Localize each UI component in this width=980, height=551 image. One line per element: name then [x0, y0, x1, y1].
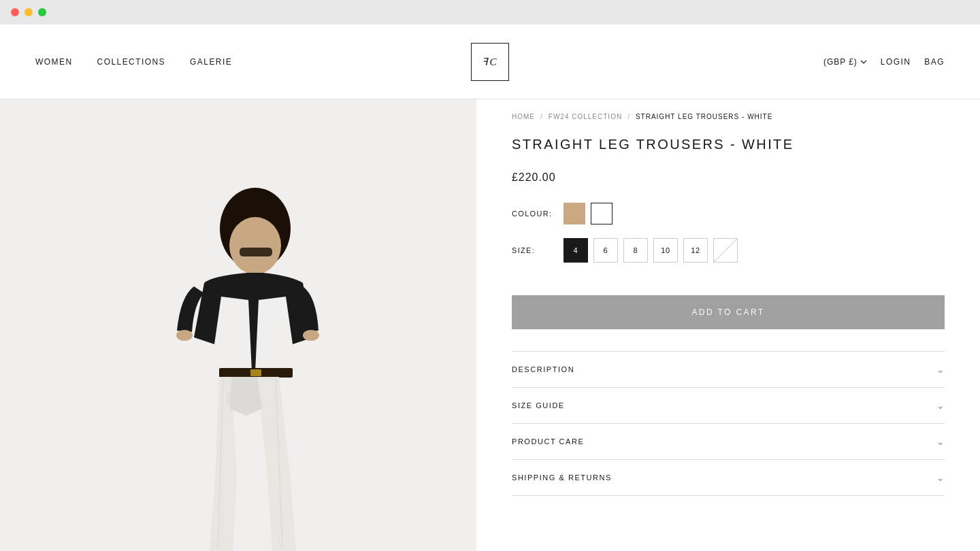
colour-swatches: [564, 203, 612, 224]
nav-item-galerie[interactable]: GALERIE: [190, 57, 232, 67]
accordion-header-shipping[interactable]: SHIPPING & RETURNS ⌄: [512, 460, 945, 495]
window-chrome: [0, 0, 980, 24]
currency-label: (GBP £): [823, 57, 858, 67]
size-label: SIZE:: [512, 246, 553, 254]
accordion-header-description[interactable]: DESCRIPTION ⌄: [512, 352, 945, 387]
nav-item-collections[interactable]: COLLECTIONS: [97, 57, 166, 67]
chevron-icon-product-care: ⌄: [936, 436, 945, 447]
size-btn-4[interactable]: 4: [564, 238, 588, 263]
bag-button[interactable]: BAG: [924, 57, 945, 67]
accordion-title-product-care: PRODUCT CARE: [512, 437, 584, 446]
size-btn-unavailable[interactable]: [713, 238, 738, 263]
colour-selector-row: COLOUR:: [512, 203, 945, 224]
colour-swatch-tan[interactable]: [564, 203, 585, 224]
accordion: DESCRIPTION ⌄ SIZE GUIDE ⌄ PRODUCT CARE …: [512, 351, 945, 496]
breadcrumb-home[interactable]: HOME: [512, 113, 535, 120]
size-btn-8[interactable]: 8: [623, 238, 648, 263]
product-image: [0, 99, 476, 551]
colour-label: COLOUR:: [512, 210, 553, 218]
breadcrumb-current: STRAIGHT LEG TROUSERS - WHITE: [636, 113, 772, 120]
svg-point-2: [229, 217, 281, 274]
nav-left: WOMEN COLLECTIONS GALERIE: [35, 57, 232, 67]
accordion-item-product-care: PRODUCT CARE ⌄: [512, 423, 945, 459]
breadcrumb-sep-1: /: [540, 113, 543, 120]
add-to-cart-button[interactable]: ADD TO CART: [512, 295, 945, 329]
colour-swatch-white[interactable]: [591, 203, 612, 224]
breadcrumb-sep-2: /: [627, 113, 630, 120]
product-price: £220.00: [512, 171, 945, 184]
product-details: HOME / FW24 COLLECTION / STRAIGHT LEG TR…: [476, 99, 980, 551]
logo-box: ꟻC: [471, 43, 509, 81]
main-content: HOME / FW24 COLLECTION / STRAIGHT LEG TR…: [0, 99, 980, 551]
svg-point-10: [303, 330, 319, 341]
size-selector-row: SIZE: 4 6 8 10 12: [512, 238, 945, 263]
site-header: WOMEN COLLECTIONS GALERIE ꟻC (GBP £) LOG…: [0, 24, 980, 99]
svg-point-9: [176, 330, 193, 341]
accordion-item-shipping: SHIPPING & RETURNS ⌄: [512, 459, 945, 496]
accordion-title-description: DESCRIPTION: [512, 365, 574, 373]
currency-selector[interactable]: (GBP £): [823, 57, 867, 67]
accordion-title-shipping: SHIPPING & RETURNS: [512, 473, 612, 482]
nav-right: (GBP £) LOGIN BAG: [823, 57, 945, 67]
chevron-icon-description: ⌄: [936, 364, 945, 375]
logo[interactable]: ꟻC: [471, 43, 509, 81]
product-title: STRAIGHT LEG TROUSERS - WHITE: [512, 137, 945, 152]
accordion-item-size-guide: SIZE GUIDE ⌄: [512, 387, 945, 423]
product-image-container: [0, 99, 476, 551]
chevron-icon-shipping: ⌄: [936, 472, 945, 483]
breadcrumb-collection[interactable]: FW24 COLLECTION: [549, 113, 622, 120]
chevron-down-icon: [860, 59, 867, 65]
accordion-header-size-guide[interactable]: SIZE GUIDE ⌄: [512, 388, 945, 423]
logo-text: ꟻC: [482, 56, 497, 68]
size-btn-12[interactable]: 12: [683, 238, 708, 263]
login-button[interactable]: LOGIN: [881, 57, 911, 67]
size-btn-10[interactable]: 10: [653, 238, 678, 263]
accordion-header-product-care[interactable]: PRODUCT CARE ⌄: [512, 424, 945, 459]
size-options: 4 6 8 10 12: [564, 238, 738, 263]
breadcrumb: HOME / FW24 COLLECTION / STRAIGHT LEG TR…: [512, 113, 945, 120]
nav-item-women[interactable]: WOMEN: [35, 57, 73, 67]
size-btn-6[interactable]: 6: [593, 238, 618, 263]
traffic-light-green[interactable]: [38, 8, 46, 16]
svg-rect-3: [240, 248, 272, 256]
traffic-light-yellow[interactable]: [24, 8, 33, 16]
accordion-item-description: DESCRIPTION ⌄: [512, 351, 945, 387]
accordion-title-size-guide: SIZE GUIDE: [512, 401, 565, 410]
traffic-light-red[interactable]: [11, 8, 19, 16]
svg-rect-6: [250, 369, 261, 376]
chevron-icon-size-guide: ⌄: [936, 400, 945, 411]
svg-rect-0: [0, 99, 476, 551]
